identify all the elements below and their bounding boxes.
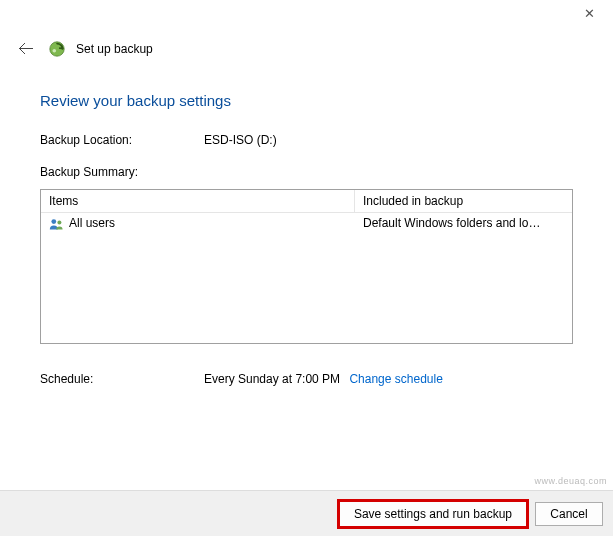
grid-header: Items Included in backup <box>41 190 572 213</box>
page-heading: Review your backup settings <box>40 92 573 109</box>
backup-location-label: Backup Location: <box>40 133 204 147</box>
backup-summary-label: Backup Summary: <box>40 165 573 179</box>
watermark: www.deuaq.com <box>534 476 607 486</box>
backup-wizard-icon <box>48 40 66 58</box>
dialog-footer: Save settings and run backup Cancel <box>0 490 613 536</box>
schedule-row: Schedule: Every Sunday at 7:00 PM Change… <box>40 372 573 386</box>
change-schedule-link[interactable]: Change schedule <box>349 372 442 386</box>
close-button[interactable]: ✕ <box>575 6 603 21</box>
column-header-items[interactable]: Items <box>41 190 355 212</box>
cell-items: All users <box>41 213 355 234</box>
wizard-header: 🡠 Set up backup <box>0 32 613 60</box>
cancel-button[interactable]: Cancel <box>535 502 603 526</box>
backup-summary-grid: Items Included in backup All users Defau… <box>40 189 573 344</box>
svg-point-2 <box>51 219 56 224</box>
svg-point-3 <box>57 221 61 225</box>
cell-included: Default Windows folders and lo… <box>355 213 572 234</box>
users-icon <box>49 216 65 231</box>
cell-items-text: All users <box>69 216 115 230</box>
table-row[interactable]: All users Default Windows folders and lo… <box>41 213 572 234</box>
save-run-backup-button[interactable]: Save settings and run backup <box>339 501 527 527</box>
schedule-label: Schedule: <box>40 372 204 386</box>
grid-body: All users Default Windows folders and lo… <box>41 213 572 343</box>
svg-point-1 <box>53 49 57 53</box>
content-area: Review your backup settings Backup Locat… <box>0 60 613 386</box>
schedule-text: Every Sunday at 7:00 PM <box>204 372 340 386</box>
back-button[interactable]: 🡠 <box>14 38 38 60</box>
column-header-included[interactable]: Included in backup <box>355 190 572 212</box>
schedule-value: Every Sunday at 7:00 PM Change schedule <box>204 372 443 386</box>
titlebar: ✕ <box>0 0 613 32</box>
backup-location-row: Backup Location: ESD-ISO (D:) <box>40 133 573 147</box>
wizard-title: Set up backup <box>76 42 153 56</box>
backup-location-value: ESD-ISO (D:) <box>204 133 573 147</box>
